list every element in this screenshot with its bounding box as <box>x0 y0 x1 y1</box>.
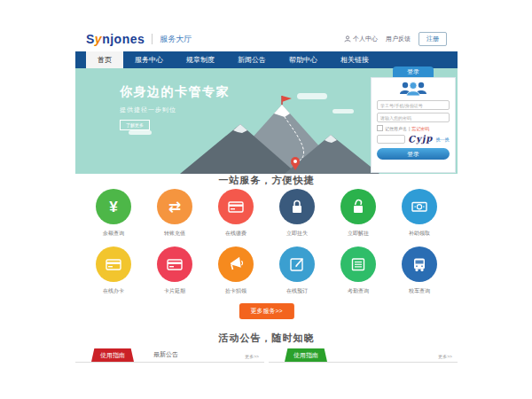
service-report-loss[interactable]: 立即挂失 <box>271 189 323 238</box>
account-input[interactable] <box>377 100 450 110</box>
more-link[interactable]: 更多>> <box>438 354 452 359</box>
services-section-title: 一站服务，方便快捷 <box>75 174 458 187</box>
services-row-2: 在线办卡 卡片延期 拾卡招领 在线预订 考勤查询 <box>88 246 445 295</box>
bank-card-icon <box>166 255 184 273</box>
login-form: 记住用户名 | 忘记密码 Cyjp 换一换 登录 <box>371 77 456 173</box>
service-school-bus-inquiry[interactable]: 校车查询 <box>394 246 445 295</box>
service-label: 立即挂失 <box>271 230 323 238</box>
latest-announcements-tab[interactable]: 最新公告 <box>153 350 178 359</box>
hero-subtitle: 提供捷径一步到位 <box>120 106 230 114</box>
password-input[interactable] <box>377 113 450 122</box>
service-attendance-inquiry[interactable]: 考勤查询 <box>332 246 384 295</box>
usage-guide-tab-red[interactable]: 使用指南 <box>91 348 134 362</box>
login-panel: 登录 记住用户名 | 忘记密码 Cyjp 换一换 登录 <box>371 66 456 173</box>
hero-cta-button[interactable]: 了解更多 <box>120 120 150 130</box>
captcha-refresh-link[interactable]: 换一换 <box>435 137 449 142</box>
nav-item-news[interactable]: 新闻公告 <box>226 51 278 68</box>
nav-item-help[interactable]: 帮助中心 <box>278 51 329 68</box>
service-label: 在线缴费 <box>210 230 262 238</box>
personal-center-label: 个人中心 <box>353 35 378 43</box>
service-label: 考勤查询 <box>332 287 384 295</box>
service-unfreeze-card[interactable]: 立即解挂 <box>332 189 384 238</box>
megaphone-icon <box>227 255 245 273</box>
service-label: 补助领取 <box>394 230 445 238</box>
bank-card-icon <box>227 198 245 215</box>
nav-item-rules[interactable]: 规章制度 <box>175 51 226 68</box>
hero-text-block: 你身边的卡管专家 提供捷径一步到位 了解更多 <box>120 84 230 130</box>
service-label: 校车查询 <box>394 287 445 295</box>
service-label: 余额查询 <box>88 230 139 238</box>
site-title: 服务大厅 <box>152 34 192 44</box>
login-submit-button[interactable]: 登录 <box>377 148 450 160</box>
service-subsidy-collection[interactable]: 补助领取 <box>394 189 445 238</box>
announcements-right-panel: 使用指南 更多>> <box>269 348 458 363</box>
login-tab[interactable]: 登录 <box>393 66 434 77</box>
register-button[interactable]: 注册 <box>419 32 447 46</box>
logo-text-s: S <box>86 32 95 46</box>
user-feedback-label: 用户反馈 <box>386 35 411 43</box>
announcements-section-title: 活动公告，随时知晓 <box>75 332 458 345</box>
bank-card-icon <box>105 255 122 273</box>
service-label: 在线办卡 <box>88 287 139 295</box>
logo[interactable]: Synjones <box>86 32 145 46</box>
service-online-booking[interactable]: 在线预订 <box>271 246 323 295</box>
personal-center-link[interactable]: 个人中心 <box>344 35 378 43</box>
hero-title: 你身边的卡管专家 <box>120 84 230 100</box>
list-icon <box>349 255 367 273</box>
header: Synjones 服务大厅 个人中心 用户反馈 注册 <box>75 27 458 51</box>
lock-icon <box>288 198 306 215</box>
service-found-card-claim[interactable]: 拾卡招领 <box>210 246 262 295</box>
edit-icon <box>288 255 306 273</box>
users-group-icon <box>398 80 428 98</box>
nav-item-home[interactable]: 首页 <box>86 51 123 68</box>
captcha-input[interactable] <box>377 135 405 144</box>
remember-row: 记住用户名 | 忘记密码 <box>377 125 450 131</box>
logo-text-rest: njones <box>102 32 145 46</box>
service-label: 立即解挂 <box>332 230 384 238</box>
header-right: 个人中心 用户反馈 注册 <box>344 32 447 46</box>
service-balance-inquiry[interactable]: ¥ 余额查询 <box>88 189 139 238</box>
announcements-left-panel: 使用指南 最新公告 更多>> <box>75 348 264 363</box>
nav-item-service-center[interactable]: 服务中心 <box>123 51 175 68</box>
more-services-button[interactable]: 更多服务>> <box>239 303 293 319</box>
captcha-image[interactable]: Cyjp <box>408 133 434 144</box>
service-label: 拾卡招领 <box>210 287 262 295</box>
service-label: 卡片延期 <box>149 287 200 295</box>
transfer-arrows-icon: ⇄ <box>168 200 181 215</box>
unlock-icon <box>349 198 367 215</box>
divider: | <box>409 126 410 131</box>
more-link[interactable]: 更多>> <box>245 354 259 359</box>
cloud-shape <box>129 130 152 135</box>
logo-accent-bolt: y <box>95 32 102 46</box>
service-card-extension[interactable]: 卡片延期 <box>149 246 200 295</box>
service-label: 在线预订 <box>271 287 323 295</box>
site-page: Synjones 服务大厅 个人中心 用户反馈 注册 首页 服务中心 规章制度 … <box>75 27 458 374</box>
banknote-icon <box>411 198 428 215</box>
services-row-1: ¥ 余额查询 ⇄ 转账充值 在线缴费 立即挂失 立即解挂 <box>88 189 445 238</box>
bus-icon <box>411 255 428 273</box>
remember-checkbox[interactable] <box>377 125 383 131</box>
service-online-payment[interactable]: 在线缴费 <box>210 189 262 238</box>
forgot-password-link[interactable]: 忘记密码 <box>411 126 429 131</box>
yen-icon: ¥ <box>109 200 117 215</box>
captcha-row: Cyjp 换一换 <box>377 134 450 144</box>
user-feedback-link[interactable]: 用户反馈 <box>386 35 411 43</box>
usage-guide-tab-green[interactable]: 使用指南 <box>285 348 327 362</box>
screenshot-root: Synjones 服务大厅 个人中心 用户反馈 注册 首页 服务中心 规章制度 … <box>0 0 532 399</box>
service-transfer-recharge[interactable]: ⇄ 转账充值 <box>149 189 200 238</box>
remember-label: 记住用户名 <box>385 126 407 131</box>
service-online-card-apply[interactable]: 在线办卡 <box>88 246 139 295</box>
service-label: 转账充值 <box>149 230 200 238</box>
person-icon <box>344 35 351 43</box>
